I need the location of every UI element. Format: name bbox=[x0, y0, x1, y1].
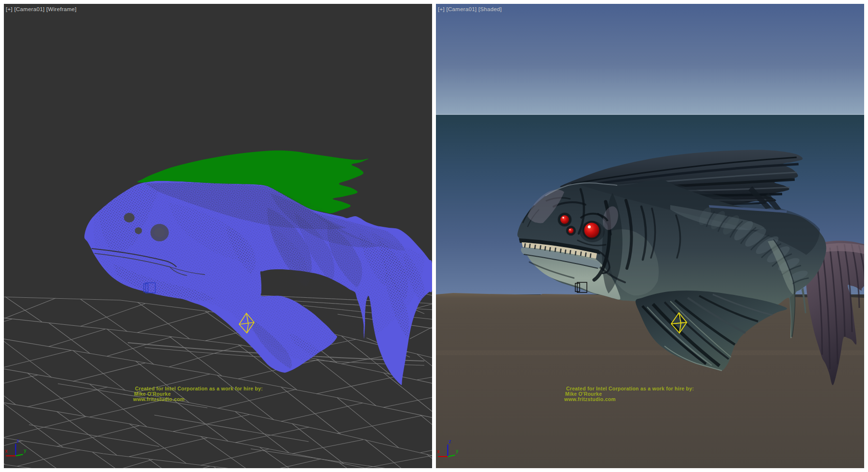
svg-text:x: x bbox=[5, 448, 8, 454]
svg-text:z: z bbox=[449, 439, 451, 444]
svg-text:Created for Intel Corporation: Created for Intel Corporation as a work … bbox=[566, 386, 694, 391]
svg-text:y: y bbox=[456, 448, 459, 454]
svg-text:Mike O'Rourke: Mike O'Rourke bbox=[134, 391, 171, 397]
svg-text:Created for Intel Corporation: Created for Intel Corporation as a work … bbox=[135, 386, 263, 391]
svg-text:www.fritzstudio.com: www.fritzstudio.com bbox=[564, 397, 616, 402]
svg-text:www.fritzstudio.com: www.fritzstudio.com bbox=[133, 397, 185, 402]
svg-text:y: y bbox=[24, 448, 27, 453]
svg-text:Mike O'Rourke: Mike O'Rourke bbox=[565, 391, 602, 397]
svg-text:x: x bbox=[437, 449, 440, 454]
svg-text:z: z bbox=[17, 438, 19, 444]
